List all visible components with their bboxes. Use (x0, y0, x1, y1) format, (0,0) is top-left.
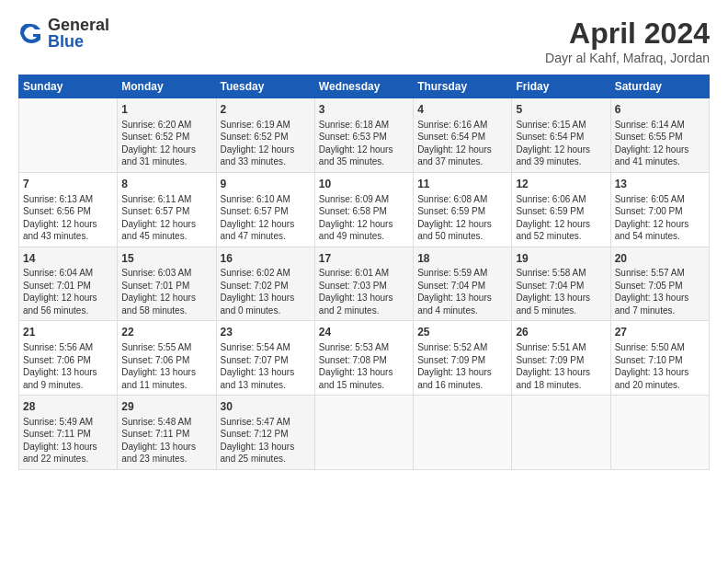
calendar-cell (19, 98, 118, 173)
calendar-cell (610, 396, 709, 470)
logo: General Blue (18, 17, 109, 50)
calendar-cell: 26Sunrise: 5:51 AMSunset: 7:09 PMDayligh… (512, 321, 610, 396)
cell-info: Sunrise: 6:10 AMSunset: 6:57 PMDaylight:… (221, 193, 311, 243)
day-number: 18 (417, 251, 507, 267)
day-number: 26 (516, 325, 606, 340)
calendar-cell (512, 396, 610, 470)
calendar-cell: 1Sunrise: 6:20 AMSunset: 6:52 PMDaylight… (118, 98, 216, 173)
cell-info: Sunrise: 5:47 AMSunset: 7:12 PMDaylight:… (221, 416, 311, 465)
cell-info: Sunrise: 6:05 AMSunset: 7:00 PMDaylight:… (615, 193, 705, 243)
day-number: 6 (615, 102, 705, 118)
calendar-cell: 29Sunrise: 5:48 AMSunset: 7:11 PMDayligh… (118, 396, 216, 470)
month-title: April 2024 (545, 17, 710, 51)
cell-info: Sunrise: 6:02 AMSunset: 7:02 PMDaylight:… (221, 267, 311, 316)
cell-info: Sunrise: 5:52 AMSunset: 7:09 PMDaylight:… (417, 341, 507, 391)
cell-info: Sunrise: 5:59 AMSunset: 7:04 PMDaylight:… (417, 267, 507, 316)
day-number: 15 (121, 251, 211, 267)
col-tuesday: Tuesday (216, 75, 314, 98)
col-sunday: Sunday (19, 75, 118, 98)
cell-info: Sunrise: 5:54 AMSunset: 7:07 PMDaylight:… (221, 341, 311, 391)
col-wednesday: Wednesday (314, 75, 413, 98)
calendar-cell: 7Sunrise: 6:13 AMSunset: 6:56 PMDaylight… (19, 172, 118, 247)
day-number: 25 (417, 325, 507, 340)
day-number: 24 (319, 325, 409, 340)
calendar-cell: 21Sunrise: 5:56 AMSunset: 7:06 PMDayligh… (19, 321, 118, 396)
page: General Blue April 2024 Dayr al Kahf, Ma… (0, 0, 728, 479)
cell-info: Sunrise: 6:08 AMSunset: 6:59 PMDaylight:… (417, 193, 507, 243)
day-number: 13 (615, 177, 705, 192)
cell-info: Sunrise: 6:09 AMSunset: 6:58 PMDaylight:… (319, 193, 409, 243)
cell-info: Sunrise: 5:55 AMSunset: 7:06 PMDaylight:… (121, 341, 211, 391)
cell-info: Sunrise: 6:16 AMSunset: 6:54 PMDaylight:… (417, 119, 507, 168)
calendar-cell: 9Sunrise: 6:10 AMSunset: 6:57 PMDaylight… (216, 172, 314, 247)
cell-info: Sunrise: 6:18 AMSunset: 6:53 PMDaylight:… (319, 119, 409, 168)
day-number: 5 (516, 102, 606, 118)
col-friday: Friday (512, 75, 610, 98)
calendar-cell: 23Sunrise: 5:54 AMSunset: 7:07 PMDayligh… (216, 321, 314, 396)
cell-info: Sunrise: 6:03 AMSunset: 7:01 PMDaylight:… (121, 267, 211, 316)
col-thursday: Thursday (414, 75, 512, 98)
calendar-week-2: 7Sunrise: 6:13 AMSunset: 6:56 PMDaylight… (19, 172, 710, 247)
calendar-cell (414, 396, 512, 470)
calendar-cell: 3Sunrise: 6:18 AMSunset: 6:53 PMDaylight… (314, 98, 413, 173)
calendar-cell: 20Sunrise: 5:57 AMSunset: 7:05 PMDayligh… (610, 247, 709, 321)
calendar-cell: 25Sunrise: 5:52 AMSunset: 7:09 PMDayligh… (414, 321, 512, 396)
title-block: April 2024 Dayr al Kahf, Mafraq, Jordan (545, 17, 710, 65)
calendar-week-5: 28Sunrise: 5:49 AMSunset: 7:11 PMDayligh… (19, 396, 710, 470)
calendar-week-1: 1Sunrise: 6:20 AMSunset: 6:52 PMDaylight… (19, 98, 710, 173)
calendar-cell (314, 396, 413, 470)
cell-info: Sunrise: 6:11 AMSunset: 6:57 PMDaylight:… (121, 193, 211, 243)
day-number: 14 (23, 251, 113, 267)
cell-info: Sunrise: 6:13 AMSunset: 6:56 PMDaylight:… (23, 193, 113, 243)
day-number: 20 (615, 251, 705, 267)
cell-info: Sunrise: 5:53 AMSunset: 7:08 PMDaylight:… (319, 341, 409, 391)
logo-blue-text: Blue (48, 33, 109, 50)
calendar-cell: 17Sunrise: 6:01 AMSunset: 7:03 PMDayligh… (314, 247, 413, 321)
day-number: 12 (516, 177, 606, 192)
calendar-cell: 16Sunrise: 6:02 AMSunset: 7:02 PMDayligh… (216, 247, 314, 321)
cell-info: Sunrise: 6:01 AMSunset: 7:03 PMDaylight:… (319, 267, 409, 316)
cell-info: Sunrise: 5:51 AMSunset: 7:09 PMDaylight:… (516, 341, 606, 391)
calendar-week-4: 21Sunrise: 5:56 AMSunset: 7:06 PMDayligh… (19, 321, 710, 396)
day-number: 29 (121, 399, 211, 415)
calendar-cell: 27Sunrise: 5:50 AMSunset: 7:10 PMDayligh… (610, 321, 709, 396)
cell-info: Sunrise: 6:06 AMSunset: 6:59 PMDaylight:… (516, 193, 606, 243)
day-number: 17 (319, 251, 409, 267)
day-number: 28 (23, 399, 113, 415)
cell-info: Sunrise: 6:04 AMSunset: 7:01 PMDaylight:… (23, 267, 113, 316)
day-number: 2 (221, 102, 311, 118)
cell-info: Sunrise: 6:20 AMSunset: 6:52 PMDaylight:… (121, 119, 211, 168)
cell-info: Sunrise: 6:15 AMSunset: 6:54 PMDaylight:… (516, 119, 606, 168)
day-number: 1 (121, 102, 211, 118)
day-number: 30 (221, 399, 311, 415)
cell-info: Sunrise: 6:19 AMSunset: 6:52 PMDaylight:… (221, 119, 311, 168)
calendar-cell: 4Sunrise: 6:16 AMSunset: 6:54 PMDaylight… (414, 98, 512, 173)
day-number: 7 (23, 177, 113, 192)
day-number: 9 (221, 177, 311, 192)
day-number: 19 (516, 251, 606, 267)
calendar-cell: 8Sunrise: 6:11 AMSunset: 6:57 PMDaylight… (118, 172, 216, 247)
cell-info: Sunrise: 5:49 AMSunset: 7:11 PMDaylight:… (23, 416, 113, 465)
day-number: 27 (615, 325, 705, 340)
calendar-cell: 11Sunrise: 6:08 AMSunset: 6:59 PMDayligh… (414, 172, 512, 247)
calendar-cell: 6Sunrise: 6:14 AMSunset: 6:55 PMDaylight… (610, 98, 709, 173)
cell-info: Sunrise: 5:57 AMSunset: 7:05 PMDaylight:… (615, 267, 705, 316)
cell-info: Sunrise: 5:50 AMSunset: 7:10 PMDaylight:… (615, 341, 705, 391)
day-number: 4 (417, 102, 507, 118)
calendar-cell: 2Sunrise: 6:19 AMSunset: 6:52 PMDaylight… (216, 98, 314, 173)
calendar-cell: 15Sunrise: 6:03 AMSunset: 7:01 PMDayligh… (118, 247, 216, 321)
calendar-cell: 5Sunrise: 6:15 AMSunset: 6:54 PMDaylight… (512, 98, 610, 173)
calendar-cell: 28Sunrise: 5:49 AMSunset: 7:11 PMDayligh… (19, 396, 118, 470)
cell-info: Sunrise: 5:58 AMSunset: 7:04 PMDaylight:… (516, 267, 606, 316)
calendar-table: Sunday Monday Tuesday Wednesday Thursday… (18, 75, 710, 470)
calendar-cell: 13Sunrise: 6:05 AMSunset: 7:00 PMDayligh… (610, 172, 709, 247)
day-number: 3 (319, 102, 409, 118)
calendar-cell: 18Sunrise: 5:59 AMSunset: 7:04 PMDayligh… (414, 247, 512, 321)
day-number: 23 (221, 325, 311, 340)
calendar-cell: 12Sunrise: 6:06 AMSunset: 6:59 PMDayligh… (512, 172, 610, 247)
col-saturday: Saturday (610, 75, 709, 98)
col-monday: Monday (118, 75, 216, 98)
calendar-cell: 14Sunrise: 6:04 AMSunset: 7:01 PMDayligh… (19, 247, 118, 321)
day-number: 16 (221, 251, 311, 267)
location: Dayr al Kahf, Mafraq, Jordan (545, 51, 710, 65)
